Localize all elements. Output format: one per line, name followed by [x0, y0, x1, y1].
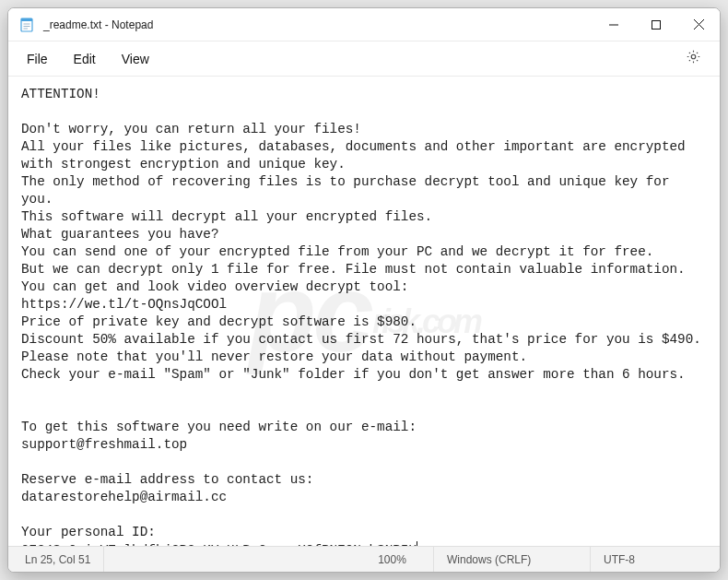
line: Don't worry, you can return all your fil… — [21, 122, 361, 136]
statusbar: Ln 25, Col 51 100% Windows (CRLF) UTF-8 — [8, 546, 720, 572]
menu-edit[interactable]: Edit — [61, 46, 109, 72]
svg-rect-1 — [21, 18, 32, 21]
titlebar[interactable]: _readme.txt - Notepad — [8, 8, 720, 41]
line: To get this software you need write on o… — [21, 420, 417, 434]
line: You can send one of your encrypted file … — [21, 244, 653, 259]
line: 0734SwOsieVZylbdfkjCP2wKYcHLBeCxpmsXCfRN… — [21, 543, 417, 546]
line: Discount 50% available if you contact us… — [21, 332, 701, 347]
line: ATTENTION! — [21, 87, 100, 101]
line: Please note that you'll never restore yo… — [21, 349, 527, 364]
svg-rect-6 — [652, 20, 661, 29]
text-caret — [417, 541, 417, 546]
line: Reserve e-mail address to contact us: — [21, 472, 313, 487]
status-zoom[interactable]: 100% — [351, 547, 434, 572]
menu-file[interactable]: File — [14, 46, 61, 72]
line: All your files like pictures, databases,… — [21, 139, 693, 172]
gear-icon — [686, 49, 701, 68]
line: Your personal ID: — [21, 525, 156, 539]
line: Price of private key and decrypt softwar… — [21, 314, 417, 329]
notepad-icon — [19, 17, 36, 33]
notepad-window: _readme.txt - Notepad File Edit View ATT… — [7, 7, 721, 573]
line: This software will decrypt all your encr… — [21, 209, 432, 224]
line: https://we.tl/t-OQnsJqCOOl — [21, 297, 227, 312]
line: What guarantees you have? — [21, 227, 219, 242]
line: Check your e-mail "Spam" or "Junk" folde… — [21, 367, 686, 382]
line: But we can decrypt only 1 file for free.… — [21, 262, 686, 277]
close-button[interactable] — [677, 8, 720, 41]
status-eol: Windows (CRLF) — [434, 547, 591, 572]
settings-button[interactable] — [677, 44, 709, 74]
line: The only method of recovering files is t… — [21, 174, 677, 207]
status-encoding: UTF-8 — [591, 547, 720, 572]
line: You can get and look video overview decr… — [21, 279, 408, 294]
text-area[interactable]: ATTENTION! Don't worry, you can return a… — [8, 77, 720, 546]
line: datarestorehelp@airmail.cc — [21, 490, 227, 504]
menubar: File Edit View — [8, 41, 720, 77]
menu-view[interactable]: View — [109, 46, 162, 72]
status-position: Ln 25, Col 51 — [8, 547, 104, 572]
line: support@freshmail.top — [21, 437, 187, 452]
minimize-button[interactable] — [593, 8, 635, 41]
svg-point-9 — [691, 54, 696, 59]
maximize-button[interactable] — [635, 8, 677, 41]
window-title: _readme.txt - Notepad — [43, 18, 153, 31]
